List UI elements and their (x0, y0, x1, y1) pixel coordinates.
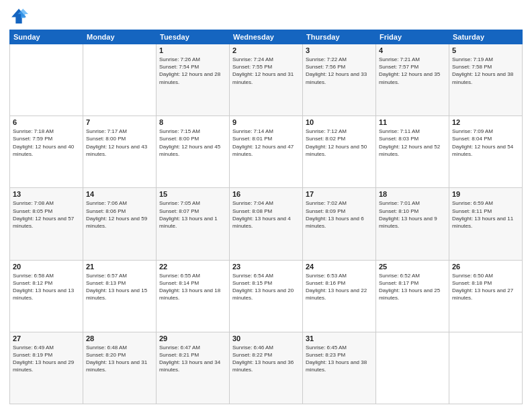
day-number: 18 (379, 190, 446, 198)
calendar-table: SundayMondayTuesdayWednesdayThursdayFrid… (9, 30, 523, 404)
day-cell: 14Sunrise: 7:06 AM Sunset: 8:06 PM Dayli… (83, 188, 157, 260)
page: SundayMondayTuesdayWednesdayThursdayFrid… (0, 0, 532, 411)
day-number: 24 (306, 263, 373, 271)
day-info: Sunrise: 7:15 AM Sunset: 8:00 PM Dayligh… (159, 128, 226, 158)
logo-icon (9, 7, 28, 26)
day-cell: 16Sunrise: 7:04 AM Sunset: 8:08 PM Dayli… (230, 188, 303, 260)
day-cell: 7Sunrise: 7:17 AM Sunset: 8:00 PM Daylig… (83, 116, 157, 188)
day-number: 17 (306, 190, 373, 198)
day-number: 23 (232, 263, 300, 271)
day-info: Sunrise: 6:45 AM Sunset: 8:23 PM Dayligh… (306, 344, 373, 374)
col-header-sunday: Sunday (10, 30, 83, 44)
col-header-wednesday: Wednesday (230, 30, 303, 44)
day-info: Sunrise: 7:24 AM Sunset: 7:55 PM Dayligh… (232, 56, 300, 86)
day-info: Sunrise: 7:19 AM Sunset: 7:58 PM Dayligh… (452, 56, 519, 86)
day-cell: 12Sunrise: 7:09 AM Sunset: 8:04 PM Dayli… (449, 116, 523, 188)
day-cell: 27Sunrise: 6:49 AM Sunset: 8:19 PM Dayli… (10, 332, 83, 404)
day-number: 16 (232, 190, 300, 198)
day-number: 29 (159, 334, 226, 342)
day-cell: 20Sunrise: 6:58 AM Sunset: 8:12 PM Dayli… (10, 260, 83, 332)
day-cell: 6Sunrise: 7:18 AM Sunset: 7:59 PM Daylig… (10, 116, 83, 188)
day-number: 7 (86, 118, 153, 126)
day-cell (83, 44, 157, 116)
day-number: 11 (379, 118, 446, 126)
day-cell: 21Sunrise: 6:57 AM Sunset: 8:13 PM Dayli… (83, 260, 157, 332)
day-info: Sunrise: 7:01 AM Sunset: 8:10 PM Dayligh… (379, 199, 446, 230)
day-cell: 25Sunrise: 6:52 AM Sunset: 8:17 PM Dayli… (376, 260, 449, 332)
day-cell (449, 332, 523, 404)
day-number: 27 (13, 334, 80, 342)
day-cell: 28Sunrise: 6:48 AM Sunset: 8:20 PM Dayli… (83, 332, 157, 404)
day-number: 20 (13, 263, 80, 271)
day-cell: 11Sunrise: 7:11 AM Sunset: 8:03 PM Dayli… (376, 116, 449, 188)
day-number: 10 (306, 118, 373, 126)
day-cell: 1Sunrise: 7:26 AM Sunset: 7:54 PM Daylig… (157, 44, 230, 116)
col-header-thursday: Thursday (303, 30, 376, 44)
day-info: Sunrise: 6:57 AM Sunset: 8:13 PM Dayligh… (86, 272, 153, 302)
day-cell: 31Sunrise: 6:45 AM Sunset: 8:23 PM Dayli… (303, 332, 376, 404)
day-number: 25 (379, 263, 446, 271)
day-number: 31 (306, 334, 373, 342)
day-number: 26 (452, 263, 519, 271)
day-number: 30 (232, 334, 300, 342)
week-row-2: 6Sunrise: 7:18 AM Sunset: 7:59 PM Daylig… (10, 116, 523, 188)
col-header-tuesday: Tuesday (157, 30, 230, 44)
week-row-1: 1Sunrise: 7:26 AM Sunset: 7:54 PM Daylig… (10, 44, 523, 116)
day-info: Sunrise: 6:53 AM Sunset: 8:16 PM Dayligh… (306, 272, 373, 302)
day-info: Sunrise: 6:49 AM Sunset: 8:19 PM Dayligh… (13, 344, 80, 374)
day-number: 3 (306, 46, 373, 54)
week-row-3: 13Sunrise: 7:08 AM Sunset: 8:05 PM Dayli… (10, 188, 523, 260)
day-cell: 26Sunrise: 6:50 AM Sunset: 8:18 PM Dayli… (449, 260, 523, 332)
day-cell (10, 44, 83, 116)
day-cell: 18Sunrise: 7:01 AM Sunset: 8:10 PM Dayli… (376, 188, 449, 260)
day-info: Sunrise: 6:54 AM Sunset: 8:15 PM Dayligh… (232, 272, 300, 302)
day-cell: 2Sunrise: 7:24 AM Sunset: 7:55 PM Daylig… (230, 44, 303, 116)
day-cell: 24Sunrise: 6:53 AM Sunset: 8:16 PM Dayli… (303, 260, 376, 332)
day-info: Sunrise: 6:55 AM Sunset: 8:14 PM Dayligh… (159, 272, 226, 302)
day-info: Sunrise: 6:50 AM Sunset: 8:18 PM Dayligh… (452, 272, 519, 302)
day-number: 13 (13, 190, 80, 198)
day-number: 8 (159, 118, 226, 126)
header (9, 7, 523, 26)
day-info: Sunrise: 7:17 AM Sunset: 8:00 PM Dayligh… (86, 128, 153, 158)
day-info: Sunrise: 7:05 AM Sunset: 8:07 PM Dayligh… (159, 199, 226, 230)
day-info: Sunrise: 7:04 AM Sunset: 8:08 PM Dayligh… (232, 199, 300, 230)
col-header-friday: Friday (376, 30, 449, 44)
day-info: Sunrise: 7:09 AM Sunset: 8:04 PM Dayligh… (452, 128, 519, 158)
day-cell: 8Sunrise: 7:15 AM Sunset: 8:00 PM Daylig… (157, 116, 230, 188)
day-cell: 29Sunrise: 6:47 AM Sunset: 8:21 PM Dayli… (157, 332, 230, 404)
day-info: Sunrise: 6:47 AM Sunset: 8:21 PM Dayligh… (159, 344, 226, 374)
day-info: Sunrise: 7:26 AM Sunset: 7:54 PM Dayligh… (159, 56, 226, 86)
day-info: Sunrise: 6:48 AM Sunset: 8:20 PM Dayligh… (86, 344, 153, 374)
day-number: 22 (159, 263, 226, 271)
day-info: Sunrise: 7:06 AM Sunset: 8:06 PM Dayligh… (86, 199, 153, 230)
day-number: 2 (232, 46, 300, 54)
day-number: 9 (232, 118, 300, 126)
day-number: 19 (452, 190, 519, 198)
day-cell: 30Sunrise: 6:46 AM Sunset: 8:22 PM Dayli… (230, 332, 303, 404)
week-row-5: 27Sunrise: 6:49 AM Sunset: 8:19 PM Dayli… (10, 332, 523, 404)
day-cell: 10Sunrise: 7:12 AM Sunset: 8:02 PM Dayli… (303, 116, 376, 188)
day-number: 4 (379, 46, 446, 54)
day-info: Sunrise: 7:02 AM Sunset: 8:09 PM Dayligh… (306, 199, 373, 230)
day-info: Sunrise: 7:22 AM Sunset: 7:56 PM Dayligh… (306, 56, 373, 86)
day-cell: 22Sunrise: 6:55 AM Sunset: 8:14 PM Dayli… (157, 260, 230, 332)
day-info: Sunrise: 7:18 AM Sunset: 7:59 PM Dayligh… (13, 128, 80, 158)
day-cell: 13Sunrise: 7:08 AM Sunset: 8:05 PM Dayli… (10, 188, 83, 260)
day-number: 21 (86, 263, 153, 271)
week-row-4: 20Sunrise: 6:58 AM Sunset: 8:12 PM Dayli… (10, 260, 523, 332)
day-info: Sunrise: 6:46 AM Sunset: 8:22 PM Dayligh… (232, 344, 300, 374)
day-cell: 15Sunrise: 7:05 AM Sunset: 8:07 PM Dayli… (157, 188, 230, 260)
logo (9, 7, 31, 26)
day-number: 28 (86, 334, 153, 342)
day-cell: 17Sunrise: 7:02 AM Sunset: 8:09 PM Dayli… (303, 188, 376, 260)
day-cell: 5Sunrise: 7:19 AM Sunset: 7:58 PM Daylig… (449, 44, 523, 116)
day-info: Sunrise: 6:59 AM Sunset: 8:11 PM Dayligh… (452, 199, 519, 230)
col-header-monday: Monday (83, 30, 157, 44)
day-number: 15 (159, 190, 226, 198)
day-cell: 9Sunrise: 7:14 AM Sunset: 8:01 PM Daylig… (230, 116, 303, 188)
day-number: 12 (452, 118, 519, 126)
day-cell: 19Sunrise: 6:59 AM Sunset: 8:11 PM Dayli… (449, 188, 523, 260)
day-info: Sunrise: 7:21 AM Sunset: 7:57 PM Dayligh… (379, 56, 446, 86)
day-info: Sunrise: 6:58 AM Sunset: 8:12 PM Dayligh… (13, 272, 80, 302)
